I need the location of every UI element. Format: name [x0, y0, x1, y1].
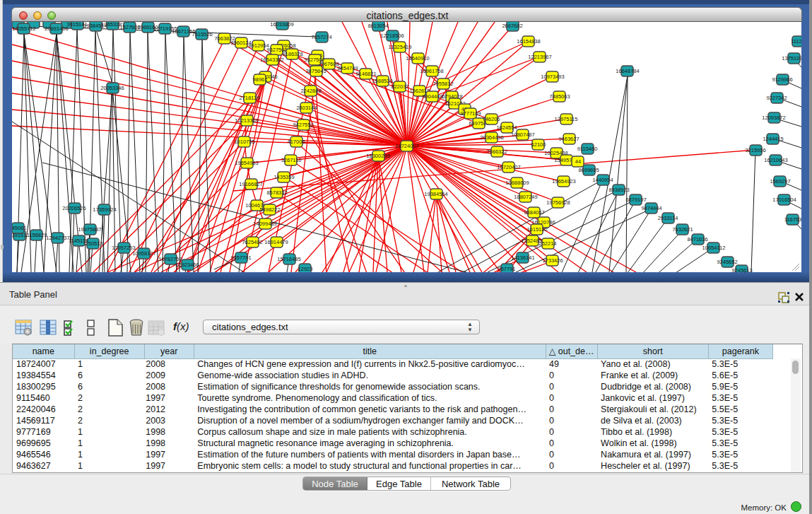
svg-text:1244415: 1244415: [763, 136, 783, 142]
svg-text:9227342: 9227342: [766, 95, 787, 101]
svg-text:8912954: 8912954: [248, 42, 269, 49]
svg-text:9457791: 9457791: [230, 255, 251, 261]
svg-text:12213967: 12213967: [528, 54, 551, 60]
svg-text:10654112: 10654112: [702, 245, 726, 251]
svg-text:16154838: 16154838: [517, 38, 540, 45]
svg-text:9245613: 9245613: [731, 267, 752, 272]
svg-text:1440954: 1440954: [592, 177, 613, 183]
svg-text:19166827: 19166827: [239, 181, 262, 187]
svg-text:19756928: 19756928: [546, 199, 570, 206]
svg-text:1145119: 1145119: [69, 238, 88, 244]
svg-text:3875645: 3875645: [305, 68, 326, 74]
svg-text:9115460: 9115460: [577, 146, 598, 152]
svg-text:16961758: 16961758: [420, 68, 443, 74]
svg-text:2718129: 2718129: [239, 95, 259, 101]
svg-text:17016504: 17016504: [772, 197, 796, 203]
svg-text:18300295: 18300295: [366, 153, 389, 159]
svg-text:116753: 116753: [784, 216, 801, 223]
svg-text:14136141: 14136141: [511, 255, 534, 261]
svg-text:10807487: 10807487: [511, 132, 534, 138]
svg-text:8454749: 8454749: [337, 65, 358, 71]
svg-text:6879197: 6879197: [625, 197, 646, 203]
svg-text:2687682: 2687682: [502, 23, 522, 29]
svg-text:1569297: 1569297: [770, 178, 790, 185]
svg-text:1615132: 1615132: [526, 226, 547, 233]
svg-text:12218506: 12218506: [380, 33, 404, 39]
svg-text:12213369: 12213369: [235, 117, 258, 124]
svg-text:9129966: 9129966: [772, 76, 792, 83]
svg-text:9245652: 9245652: [717, 259, 737, 265]
svg-text:16210643: 16210643: [764, 157, 787, 163]
svg-text:1010755: 1010755: [234, 139, 254, 145]
svg-text:19384554: 19384554: [424, 191, 447, 197]
svg-text:9904448: 9904448: [422, 93, 442, 100]
svg-text:20053346: 20053346: [100, 85, 124, 91]
svg-text:1624554: 1624554: [496, 124, 517, 131]
svg-text:20364436: 20364436: [480, 134, 503, 141]
svg-text:18724007: 18724007: [395, 143, 418, 149]
svg-text:18640910: 18640910: [406, 55, 429, 62]
svg-text:7955812: 7955812: [433, 81, 453, 87]
svg-text:12093872: 12093872: [762, 115, 785, 121]
svg-text:17957253: 17957253: [112, 245, 135, 251]
svg-text:12923466: 12923466: [175, 262, 199, 268]
svg-text:7485063: 7485063: [549, 93, 570, 100]
svg-text:8578332: 8578332: [266, 189, 287, 196]
svg-text:822037: 822037: [391, 83, 408, 90]
svg-text:18807249: 18807249: [514, 194, 537, 200]
svg-text:9463627: 9463627: [558, 136, 579, 142]
svg-text:8938923: 8938923: [608, 187, 629, 193]
svg-text:1156829: 1156829: [27, 232, 47, 238]
svg-text:9777169: 9777169: [460, 110, 481, 117]
svg-text:15716485: 15716485: [277, 256, 300, 262]
svg-text:10958127: 10958127: [132, 250, 155, 257]
svg-text:9146821: 9146821: [355, 71, 376, 77]
svg-text:957791: 957791: [498, 266, 515, 272]
svg-text:9427552: 9427552: [293, 122, 313, 128]
svg-text:17359924: 17359924: [93, 206, 116, 213]
svg-text:2803144: 2803144: [296, 105, 317, 111]
svg-text:13751074: 13751074: [782, 55, 801, 62]
svg-text:8813054: 8813054: [367, 23, 388, 29]
svg-text:2933114: 2933114: [658, 215, 678, 221]
svg-text:16033809: 16033809: [270, 22, 293, 28]
svg-text:20691406: 20691406: [45, 25, 68, 32]
svg-text:14055712: 14055712: [12, 25, 35, 32]
svg-text:9384067: 9384067: [524, 209, 544, 216]
svg-text:7632621: 7632621: [672, 226, 693, 233]
svg-text:10688609: 10688609: [505, 180, 529, 186]
svg-text:16782759: 16782759: [158, 256, 182, 262]
svg-text:2242848: 2242848: [300, 88, 321, 94]
svg-text:12975115: 12975115: [555, 116, 578, 122]
svg-text:1435359: 1435359: [273, 174, 294, 180]
svg-text:8186328: 8186328: [282, 51, 302, 57]
svg-text:5498222: 5498222: [259, 206, 280, 213]
svg-text:10973493: 10973493: [541, 74, 564, 80]
svg-text:98961: 98961: [253, 76, 268, 83]
svg-text:1588520: 1588520: [372, 78, 392, 84]
svg-text:7986322: 7986322: [486, 148, 507, 155]
svg-text:7857274: 7857274: [311, 34, 331, 40]
svg-text:44: 44: [575, 158, 581, 165]
svg-text:8699695: 8699695: [578, 167, 599, 173]
svg-text:11325419: 11325419: [389, 44, 412, 50]
svg-text:845061: 845061: [12, 225, 27, 231]
svg-text:3215956: 3215956: [745, 147, 765, 153]
svg-text:1733426: 1733426: [542, 257, 563, 264]
svg-text:20206526: 20206526: [62, 205, 86, 211]
svg-text:252214: 252214: [539, 240, 556, 247]
svg-text:417006: 417006: [287, 139, 305, 145]
svg-text:8471636: 8471636: [687, 236, 707, 243]
svg-text:12923: 12923: [298, 266, 313, 272]
svg-text:746206: 746206: [482, 116, 500, 122]
svg-text:16648784: 16648784: [616, 68, 639, 74]
svg-text:7625402: 7625402: [242, 239, 262, 245]
svg-text:12942737: 12942737: [46, 235, 69, 241]
svg-text:9474444: 9474444: [641, 205, 661, 211]
svg-text:11123: 11123: [791, 38, 801, 45]
svg-text:3267110: 3267110: [281, 157, 302, 163]
svg-text:19654983: 19654983: [235, 160, 258, 166]
svg-text:19975887: 19975887: [78, 226, 101, 233]
svg-text:7515526: 7515526: [192, 31, 212, 37]
svg-text:15720407: 15720407: [497, 164, 520, 170]
